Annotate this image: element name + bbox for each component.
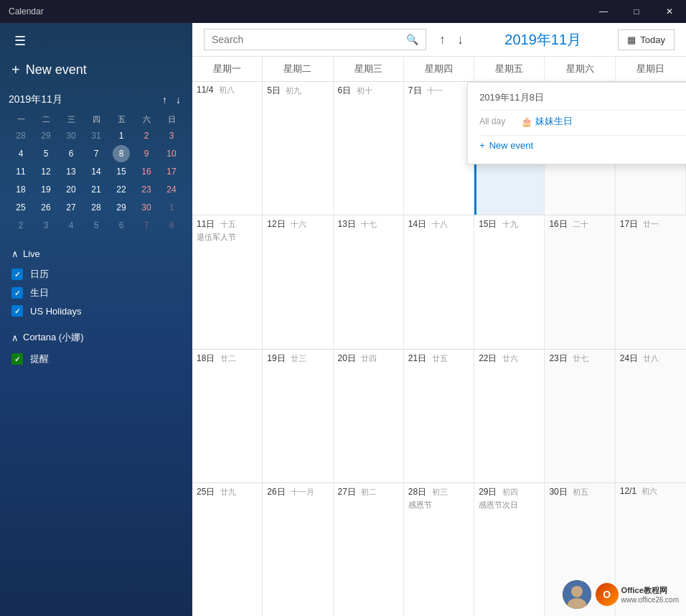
mini-day[interactable]: 20 — [62, 181, 80, 198]
mini-day[interactable]: 27 — [62, 199, 80, 216]
mini-day[interactable]: 31 — [88, 127, 105, 144]
cal-cell-nov24[interactable]: 24日 廿八 — [616, 350, 686, 482]
mini-day[interactable]: 25 — [12, 199, 29, 216]
mini-day[interactable]: 26 — [37, 199, 55, 216]
holidays-label: US Holidays — [30, 306, 82, 317]
chevron-down-icon: ∧ — [11, 248, 19, 259]
cal-cell-nov23[interactable]: 23日 廿七 — [545, 350, 615, 482]
mini-day[interactable]: 1 — [113, 127, 130, 144]
cal-cell-nov27[interactable]: 27日 初二 — [334, 483, 404, 616]
mini-day[interactable]: 5 — [37, 145, 55, 162]
calendar-item-holidays[interactable]: ✓ US Holidays — [11, 302, 181, 319]
mini-day[interactable]: 23 — [138, 181, 155, 198]
cal-cell-nov18[interactable]: 18日 廿二 — [192, 350, 263, 482]
cal-cell-nov17[interactable]: 17日 廿一 — [616, 215, 686, 348]
live-section-header[interactable]: ∧ Live — [11, 248, 181, 259]
checkbox-reminder[interactable]: ✓ — [11, 353, 23, 365]
mini-day[interactable]: 17 — [163, 163, 180, 180]
cal-cell-nov14[interactable]: 14日 十八 — [404, 215, 474, 348]
prev-month-button[interactable]: ↑ — [435, 29, 450, 50]
mini-day[interactable]: 12 — [37, 163, 55, 180]
mini-day[interactable]: 30 — [138, 199, 155, 216]
office-icon: O — [596, 583, 619, 606]
mini-day[interactable]: 2 — [138, 127, 155, 144]
mini-day[interactable]: 3 — [37, 217, 55, 234]
mini-day[interactable]: 9 — [138, 145, 155, 162]
cal-cell-nov26[interactable]: 26日 十一月 — [263, 483, 333, 616]
mini-day[interactable]: 29 — [37, 127, 55, 144]
watermark-site: Office教程网 — [621, 585, 679, 596]
mini-day[interactable]: 18 — [12, 181, 29, 198]
mini-day[interactable]: 28 — [12, 127, 29, 144]
calendar-grid: 星期一 星期二 星期三 星期四 星期五 星期六 星期日 11/4 初八 5日 初… — [192, 57, 686, 616]
next-month-button[interactable]: ↓ — [453, 29, 468, 50]
cal-cell-nov21[interactable]: 21日 廿五 — [404, 350, 474, 482]
new-event-button[interactable]: + New event — [11, 59, 181, 81]
calendar-item-reminder[interactable]: ✓ 提醒 — [11, 350, 181, 368]
mini-day[interactable]: 15 — [113, 163, 130, 180]
cal-cell-nov15[interactable]: 15日 十九 — [474, 215, 545, 348]
popup-new-event-button[interactable]: + New event — [479, 135, 686, 155]
mini-day[interactable]: 1 — [163, 199, 180, 216]
hamburger-button[interactable]: ☰ — [11, 32, 29, 50]
mini-day[interactable]: 28 — [88, 199, 105, 216]
cal-cell-nov19[interactable]: 19日 廿三 — [263, 350, 333, 482]
cell-date: 20日 廿四 — [338, 353, 399, 365]
cal-cell-nov12[interactable]: 12日 十六 — [263, 215, 333, 348]
cal-cell-nov7[interactable]: 7日 十一 — [404, 82, 474, 215]
mini-cal-header: 2019年11月 ↑ ↓ — [9, 93, 184, 107]
cal-cell-nov5[interactable]: 5日 初九 — [263, 82, 333, 215]
mini-day-selected[interactable]: 8 — [113, 145, 130, 162]
mini-day[interactable]: 30 — [62, 127, 80, 144]
search-input[interactable] — [212, 34, 400, 45]
mini-day[interactable]: 24 — [163, 181, 180, 198]
mini-day[interactable]: 10 — [163, 145, 180, 162]
cal-cell-nov28[interactable]: 28日 初三 感恩节 — [404, 483, 474, 616]
mini-day[interactable]: 6 — [113, 217, 130, 234]
cal-cell-nov13[interactable]: 13日 十七 — [334, 215, 404, 348]
cal-cell-nov11[interactable]: 11日 十五 退伍军人节 — [192, 215, 263, 348]
checkbox-rili[interactable]: ✓ — [11, 269, 23, 280]
calendar-item-rili[interactable]: ✓ 日历 — [11, 265, 181, 284]
mini-day[interactable]: 21 — [88, 181, 105, 198]
mini-day[interactable]: 7 — [88, 145, 105, 162]
mini-day[interactable]: 4 — [62, 217, 80, 234]
cal-cell-nov25[interactable]: 25日 廿九 — [192, 483, 263, 616]
minimize-button[interactable]: — — [587, 0, 620, 23]
cal-cell-nov16[interactable]: 16日 二十 — [545, 215, 615, 348]
mini-cal-prev-button[interactable]: ↑ — [159, 93, 170, 107]
mini-day[interactable]: 7 — [138, 217, 155, 234]
cal-cell-nov6[interactable]: 6日 初十 — [334, 82, 404, 215]
watermark-logo: O Office教程网 www.office26.com — [596, 583, 679, 606]
mini-day[interactable]: 3 — [163, 127, 180, 144]
mini-day[interactable]: 13 — [62, 163, 80, 180]
mini-day[interactable]: 5 — [88, 217, 105, 234]
checkbox-birthday[interactable]: ✓ — [11, 287, 23, 299]
mini-day[interactable]: 29 — [113, 199, 130, 216]
mini-day[interactable]: 11 — [12, 163, 29, 180]
mini-cal-next-button[interactable]: ↓ — [173, 93, 184, 107]
toolbar: 🔍 ↑ ↓ 2019年11月 ▦ Today — [192, 23, 686, 57]
maximize-button[interactable]: □ — [620, 0, 653, 23]
new-event-label: New event — [26, 62, 87, 78]
mini-day[interactable]: 16 — [138, 163, 155, 180]
calendar-week-3: 18日 廿二 19日 廿三 20日 廿四 21日 廿五 22日 廿六 — [192, 350, 686, 483]
cortana-section-header[interactable]: ∧ Cortana (小娜) — [11, 331, 181, 344]
today-button[interactable]: ▦ Today — [618, 29, 675, 50]
mini-day[interactable]: 6 — [62, 145, 80, 162]
mini-day[interactable]: 19 — [37, 181, 55, 198]
cal-cell-nov22[interactable]: 22日 廿六 — [474, 350, 545, 482]
popup-event-name[interactable]: 🎂 妹妹生日 — [521, 115, 573, 128]
calendar-item-birthday[interactable]: ✓ 生日 — [11, 284, 181, 302]
cal-cell-nov4[interactable]: 11/4 初八 — [192, 82, 263, 215]
mini-day[interactable]: 14 — [88, 163, 105, 180]
cal-cell-nov20[interactable]: 20日 廿四 — [334, 350, 404, 482]
mini-day[interactable]: 2 — [12, 217, 29, 234]
close-button[interactable]: ✕ — [653, 0, 686, 23]
mini-day[interactable]: 8 — [163, 217, 180, 234]
checkbox-holidays[interactable]: ✓ — [11, 305, 23, 317]
cal-cell-nov29[interactable]: 29日 初四 感恩节次日 — [474, 483, 545, 616]
mini-day[interactable]: 22 — [113, 181, 130, 198]
mini-day[interactable]: 4 — [12, 145, 29, 162]
allday-label: All day — [479, 116, 515, 126]
